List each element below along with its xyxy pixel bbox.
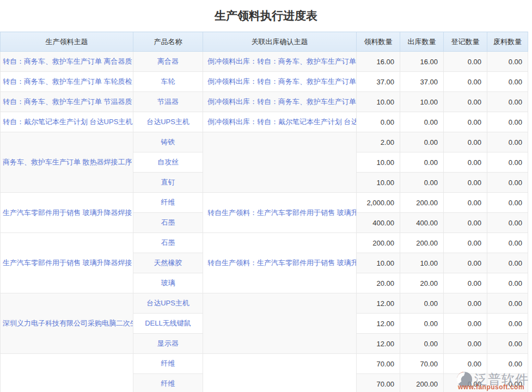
quantity-cell: 0.00 bbox=[357, 112, 400, 132]
table-body: 转自：商务车、救护车生产订单 离合器质离合器倒冲领料出库：转自：商务车、救护车生… bbox=[1, 52, 528, 392]
table-row: 纤维70.0070.000.000.00 bbox=[1, 354, 528, 374]
product-cell[interactable]: 石墨 bbox=[133, 213, 203, 233]
quantity-cell: 2,000.00 bbox=[357, 193, 400, 213]
quantity-cell: 0.00 bbox=[444, 193, 487, 213]
subject-cell[interactable]: 转自：戴尔笔记本生产计划 台达UPS主机 bbox=[1, 112, 133, 132]
quantity-cell: 0.00 bbox=[400, 112, 444, 132]
quantity-cell: 0.00 bbox=[487, 354, 528, 374]
page-title: 生产领料执行进度表 bbox=[0, 0, 532, 32]
product-cell[interactable]: 纤维 bbox=[133, 374, 203, 392]
quantity-cell: 12.00 bbox=[357, 334, 400, 354]
product-cell[interactable]: 车轮 bbox=[133, 72, 203, 92]
outbound-cell[interactable]: 倒冲领料出库：转自：商务车、救护车生产订单 bbox=[203, 92, 357, 112]
subject-cell[interactable]: 生产汽车零部件用于销售 玻璃升降器焊接 bbox=[1, 193, 133, 233]
product-cell[interactable]: 台达UPS主机 bbox=[133, 293, 203, 314]
quantity-cell: 0.00 bbox=[487, 52, 528, 72]
quantity-cell: 0.00 bbox=[444, 293, 487, 314]
subject-cell[interactable]: 深圳义力电子科技有限公司采购电脑二次生 bbox=[1, 293, 133, 354]
quantity-cell: 0.00 bbox=[444, 112, 487, 132]
product-cell[interactable]: DELL无线键鼠 bbox=[133, 314, 203, 334]
product-cell[interactable]: 自攻丝 bbox=[133, 152, 203, 173]
quantity-cell: 0.00 bbox=[444, 253, 487, 273]
quantity-cell: 0.00 bbox=[444, 92, 487, 112]
product-cell[interactable]: 纤维 bbox=[133, 354, 203, 374]
quantity-cell: 0.00 bbox=[400, 173, 444, 193]
product-cell[interactable]: 离合器 bbox=[133, 52, 203, 72]
subject-cell[interactable]: 商务车、救护车生产订单 散热器焊接工序 bbox=[1, 132, 133, 193]
quantity-cell: 2.00 bbox=[357, 132, 400, 152]
outbound-cell[interactable]: 转自生产领料：生产汽车零部件用于销售 玻璃升 bbox=[203, 193, 357, 233]
quantity-cell: 37.00 bbox=[400, 72, 444, 92]
product-cell[interactable]: 铸铁 bbox=[133, 132, 203, 152]
product-cell[interactable]: 直钉 bbox=[133, 173, 203, 193]
quantity-cell: 0.00 bbox=[444, 173, 487, 193]
outbound-cell bbox=[203, 132, 357, 193]
table-header: 生产领料主题 产品名称 关联出库确认主题 领料数量 出库数量 登记数量 废料数量 bbox=[1, 32, 528, 52]
progress-table: 生产领料主题 产品名称 关联出库确认主题 领料数量 出库数量 登记数量 废料数量… bbox=[0, 32, 528, 392]
col-header-qty-requisition: 领料数量 bbox=[357, 32, 400, 52]
quantity-cell: 400.00 bbox=[400, 213, 444, 233]
product-cell[interactable]: 台达UPS主机 bbox=[133, 112, 203, 132]
subject-cell[interactable]: 转自：商务车、救护车生产订单 车轮质检 bbox=[1, 72, 133, 92]
col-header-qty-waste: 废料数量 bbox=[487, 32, 528, 52]
outbound-cell[interactable]: 倒冲领料出库：转自：商务车、救护车生产订单 bbox=[203, 72, 357, 92]
quantity-cell: 70.00 bbox=[357, 374, 400, 392]
quantity-cell: 0.00 bbox=[444, 334, 487, 354]
quantity-cell: 0.00 bbox=[487, 213, 528, 233]
quantity-cell: 400.00 bbox=[357, 213, 400, 233]
col-header-qty-registered: 登记数量 bbox=[444, 32, 487, 52]
table-row: 转自：商务车、救护车生产订单 节温器质节温器倒冲领料出库：转自：商务车、救护车生… bbox=[1, 92, 528, 112]
subject-cell[interactable]: 转自：商务车、救护车生产订单 节温器质 bbox=[1, 92, 133, 112]
quantity-cell: 0.00 bbox=[487, 253, 528, 273]
col-header-qty-outbound: 出库数量 bbox=[400, 32, 444, 52]
quantity-cell: 10.00 bbox=[400, 92, 444, 112]
table-row: 商务车、救护车生产订单 散热器焊接工序铸铁2.000.000.000.00 bbox=[1, 132, 528, 152]
quantity-cell: 0.00 bbox=[400, 293, 444, 314]
quantity-cell: 0.00 bbox=[400, 314, 444, 334]
quantity-cell: 10.00 bbox=[357, 173, 400, 193]
quantity-cell: 200.00 bbox=[400, 193, 444, 213]
quantity-cell: 200.00 bbox=[400, 374, 444, 392]
outbound-cell bbox=[203, 293, 357, 354]
quantity-cell: 0.00 bbox=[487, 374, 528, 392]
quantity-cell: 0.00 bbox=[400, 132, 444, 152]
col-header-outbound: 关联出库确认主题 bbox=[203, 32, 357, 52]
product-cell[interactable]: 显示器 bbox=[133, 334, 203, 354]
product-cell[interactable]: 节温器 bbox=[133, 92, 203, 112]
product-cell[interactable]: 纤维 bbox=[133, 193, 203, 213]
table-row: 转自：商务车、救护车生产订单 离合器质离合器倒冲领料出库：转自：商务车、救护车生… bbox=[1, 52, 528, 72]
quantity-cell: 0.00 bbox=[487, 173, 528, 193]
table-row: 生产汽车零部件用于销售 玻璃升降器焊接石墨转自生产领料：生产汽车零部件用于销售 … bbox=[1, 233, 528, 253]
quantity-cell: 0.00 bbox=[487, 132, 528, 152]
outbound-cell[interactable]: 倒冲领料出库：转自：戴尔笔记本生产计划 台达 bbox=[203, 112, 357, 132]
col-header-product: 产品名称 bbox=[133, 32, 203, 52]
quantity-cell: 10.00 bbox=[400, 253, 444, 273]
quantity-cell: 0.00 bbox=[400, 152, 444, 173]
quantity-cell: 0.00 bbox=[444, 132, 487, 152]
quantity-cell: 0.00 bbox=[487, 152, 528, 173]
outbound-cell[interactable]: 倒冲领料出库：转自：商务车、救护车生产订单 bbox=[203, 52, 357, 72]
quantity-cell: 200.00 bbox=[400, 233, 444, 253]
subject-cell[interactable]: 转自：商务车、救护车生产订单 离合器质 bbox=[1, 52, 133, 72]
report-page: 生产领料执行进度表 生产领料主题 产品名称 关联出库确认主题 领料数量 出库数量… bbox=[0, 0, 532, 392]
subject-cell[interactable]: 生产汽车零部件用于销售 玻璃升降器焊接 bbox=[1, 233, 133, 293]
product-cell[interactable]: 天然橡胶 bbox=[133, 253, 203, 273]
outbound-cell bbox=[203, 354, 357, 392]
product-cell[interactable]: 玻璃 bbox=[133, 273, 203, 293]
quantity-cell: 0.00 bbox=[487, 112, 528, 132]
quantity-cell: 70.00 bbox=[400, 354, 444, 374]
quantity-cell: 20.00 bbox=[357, 273, 400, 293]
quantity-cell: 12.00 bbox=[357, 293, 400, 314]
outbound-cell[interactable]: 转自生产领料：生产汽车零部件用于销售 玻璃升 bbox=[203, 233, 357, 293]
quantity-cell: 0.00 bbox=[444, 374, 487, 392]
quantity-cell: 0.00 bbox=[400, 334, 444, 354]
quantity-cell: 12.00 bbox=[357, 314, 400, 334]
quantity-cell: 16.00 bbox=[400, 52, 444, 72]
header-row: 生产领料主题 产品名称 关联出库确认主题 领料数量 出库数量 登记数量 废料数量 bbox=[1, 32, 528, 52]
subject-cell bbox=[1, 354, 133, 392]
quantity-cell: 0.00 bbox=[487, 193, 528, 213]
quantity-cell: 0.00 bbox=[444, 72, 487, 92]
table-row: 深圳义力电子科技有限公司采购电脑二次生台达UPS主机12.000.000.000… bbox=[1, 293, 528, 314]
product-cell[interactable]: 石墨 bbox=[133, 233, 203, 253]
table-row: 生产汽车零部件用于销售 玻璃升降器焊接纤维转自生产领料：生产汽车零部件用于销售 … bbox=[1, 193, 528, 213]
